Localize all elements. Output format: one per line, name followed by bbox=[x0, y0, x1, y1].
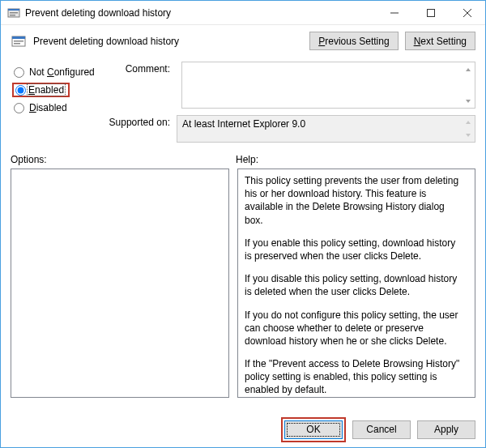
scroll-up-icon bbox=[461, 116, 475, 129]
policy-editor-window: Prevent deleting download history Preven… bbox=[0, 0, 486, 448]
window-title: Prevent deleting download history bbox=[25, 7, 376, 19]
svg-rect-7 bbox=[14, 41, 23, 42]
svg-rect-1 bbox=[8, 9, 19, 11]
ok-highlight: OK bbox=[281, 417, 346, 442]
titlebar: Prevent deleting download history bbox=[1, 1, 485, 25]
content-area: Not Configured Enabled Disabled Comment: bbox=[1, 58, 485, 412]
config-row: Not Configured Enabled Disabled Comment: bbox=[11, 62, 475, 143]
options-pane bbox=[11, 169, 229, 398]
radio-disabled-label: Disabled bbox=[29, 102, 67, 113]
help-paragraph: This policy setting prevents the user fr… bbox=[245, 174, 460, 227]
minimize-button[interactable] bbox=[376, 2, 412, 24]
radio-enabled-input[interactable] bbox=[15, 85, 26, 96]
radio-not-configured[interactable]: Not Configured bbox=[12, 63, 108, 81]
scroll-up-icon[interactable] bbox=[461, 62, 475, 76]
help-pane: This policy setting prevents the user fr… bbox=[237, 169, 475, 398]
help-paragraph: If you enable this policy setting, downl… bbox=[245, 237, 460, 262]
svg-rect-3 bbox=[10, 15, 15, 16]
options-help-labels: Options: Help: bbox=[11, 154, 475, 165]
supported-row: Supported on: At least Internet Explorer… bbox=[108, 115, 475, 143]
supported-scrollbar bbox=[461, 116, 475, 142]
apply-button[interactable]: Apply bbox=[417, 420, 475, 439]
options-label: Options: bbox=[11, 154, 236, 165]
next-setting-label: Next Setting bbox=[414, 36, 467, 47]
help-paragraph: If you disable this policy setting, down… bbox=[245, 272, 460, 298]
maximize-button[interactable] bbox=[412, 2, 449, 24]
policy-title: Prevent deleting download history bbox=[33, 36, 179, 47]
policy-icon bbox=[11, 33, 27, 49]
supported-value-box: At least Internet Explorer 9.0 bbox=[177, 115, 475, 143]
radio-enabled-label[interactable]: Enabled bbox=[28, 84, 65, 96]
help-paragraph: If you do not configure this policy sett… bbox=[245, 309, 460, 348]
enabled-highlight: Enabled bbox=[12, 83, 70, 97]
svg-rect-4 bbox=[427, 9, 434, 16]
ok-button[interactable]: OK bbox=[284, 420, 343, 439]
radio-not-configured-label: Not Configured bbox=[29, 66, 95, 78]
scroll-down-icon[interactable] bbox=[461, 94, 475, 108]
supported-label: Supported on: bbox=[108, 115, 177, 128]
previous-setting-label: Previous Setting bbox=[318, 36, 389, 47]
window-icon bbox=[7, 6, 20, 19]
options-help-body: This policy setting prevents the user fr… bbox=[11, 169, 475, 405]
state-radio-group: Not Configured Enabled Disabled bbox=[11, 62, 108, 117]
header: Prevent deleting download history Previo… bbox=[1, 25, 485, 58]
comment-label: Comment: bbox=[108, 62, 177, 75]
close-button[interactable] bbox=[449, 2, 485, 24]
svg-rect-2 bbox=[10, 12, 18, 14]
scroll-down-icon bbox=[461, 129, 475, 142]
comment-textarea[interactable] bbox=[181, 62, 475, 109]
next-setting-button[interactable]: Next Setting bbox=[405, 32, 475, 50]
comment-block: Comment: bbox=[108, 62, 475, 109]
cancel-button[interactable]: Cancel bbox=[352, 420, 411, 439]
comment-scrollbar[interactable] bbox=[461, 62, 475, 108]
help-label: Help: bbox=[236, 154, 258, 165]
supported-value: At least Internet Explorer 9.0 bbox=[182, 118, 305, 130]
radio-not-configured-input[interactable] bbox=[14, 67, 24, 78]
svg-rect-8 bbox=[14, 43, 20, 45]
svg-rect-6 bbox=[12, 36, 25, 39]
help-paragraph: If the "Prevent access to Delete Browsin… bbox=[245, 357, 460, 397]
radio-disabled-input[interactable] bbox=[14, 103, 24, 113]
footer: OK Cancel Apply bbox=[1, 412, 485, 447]
radio-disabled[interactable]: Disabled bbox=[12, 99, 108, 117]
previous-setting-button[interactable]: Previous Setting bbox=[309, 32, 398, 50]
